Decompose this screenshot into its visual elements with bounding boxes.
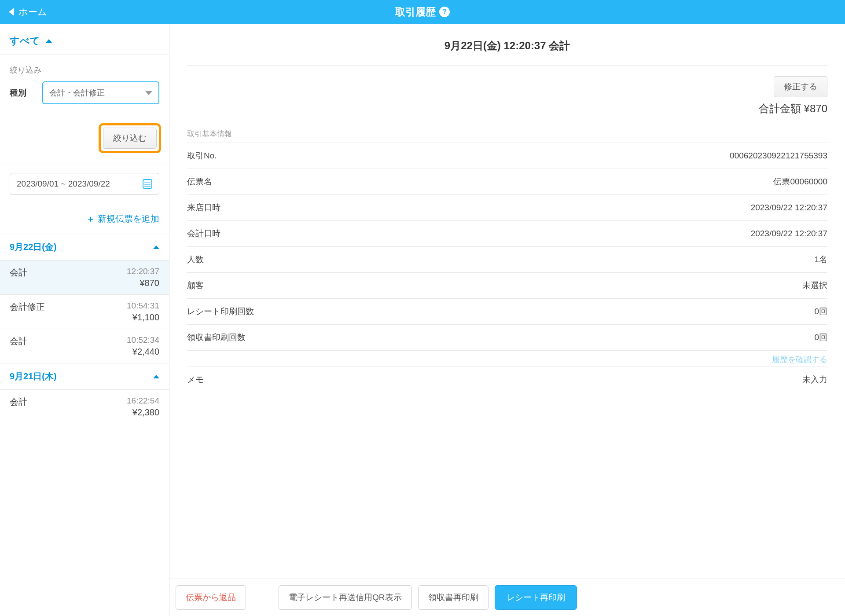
info-key: メモ [187,374,204,385]
tx-type: 会計 [10,267,27,288]
total-amount: 合計金額 ¥870 [187,102,827,125]
tx-time: 16:22:54 [127,396,159,406]
info-key: 伝票名 [187,176,212,187]
date-section-header[interactable]: 9月22日(金) [0,234,169,260]
transaction-item[interactable]: 会計12:20:37¥870 [0,260,169,295]
tx-right: 10:54:31¥1,100 [127,301,159,323]
info-val: 1名 [814,254,827,265]
page-title: 取引履歴 ? [395,5,450,19]
info-val: 未選択 [802,280,827,291]
info-row-customer: 顧客 未選択 [187,272,827,298]
chevron-up-icon [153,246,159,249]
date-section-label: 9月21日(木) [10,370,57,382]
info-val: 00062023​0922121755393 [730,151,827,161]
tx-right: 12:20:37¥870 [127,267,159,288]
apply-filter-button[interactable]: 絞り込む [103,128,157,149]
tx-time: 12:20:37 [127,267,159,276]
info-val: 0回 [814,306,827,317]
date-range-value: 2023/09/01 ~ 2023/09/22 [17,179,110,189]
info-row-memo: メモ 未入力 [187,367,827,392]
plus-icon: ＋ [86,214,95,224]
info-row-ryoshu-count: 領収書印刷回数 0回 [187,324,827,351]
type-value: 会計・会計修正 [49,88,105,98]
transaction-item[interactable]: 会計10:52:34¥2,440 [0,329,169,363]
footer-bar: 伝票から返品 電子レシート再送信用QR表示 領収書再印刷 レシート再印刷 [169,579,845,616]
return-from-slip-button[interactable]: 伝票から返品 [176,585,246,610]
chevron-left-icon [9,8,14,16]
tx-amount: ¥870 [127,278,159,288]
tx-amount: ¥2,380 [127,407,159,418]
info-key: レシート印刷回数 [187,306,254,317]
info-val: 2023/09/22 12:20:37 [751,229,827,238]
history-link[interactable]: 履歴を確認する [187,351,827,367]
date-range-input[interactable]: 2023/09/01 ~ 2023/09/22 [10,173,159,195]
sidebar: すべて 絞り込み 種別 会計・会計修正 絞り込む 2023/09/01 ~ 20… [0,24,169,616]
type-select[interactable]: 会計・会計修正 [42,81,159,104]
filter-action-row: 絞り込む [0,116,169,164]
tx-right: 16:22:54¥2,380 [127,396,159,418]
ryoshu-reprint-button[interactable]: 領収書再印刷 [418,585,489,610]
info-val: 2023/09/22 12:20:37 [751,203,827,213]
highlight-annotation: 絞り込む [99,123,161,153]
filter-toggle[interactable]: すべて [0,24,169,55]
info-key: 来店日時 [187,202,220,213]
header-bar: ホーム 取引履歴 ? [0,0,845,24]
transaction-item[interactable]: 会計修正10:54:31¥1,100 [0,295,169,329]
qr-resend-button[interactable]: 電子レシート再送信用QR表示 [279,585,412,610]
transaction-list: 9月22日(金)会計12:20:37¥870会計修正10:54:31¥1,100… [0,234,169,424]
info-row-pay: 会計日時 2023/09/22 12:20:37 [187,220,827,246]
tx-amount: ¥1,100 [127,312,159,323]
tx-time: 10:52:34 [127,335,159,345]
info-val: 未入力 [802,374,827,385]
info-key: 会計日時 [187,228,220,239]
filter-body: 絞り込み 種別 会計・会計修正 [0,55,169,116]
info-key: 取引No. [187,150,217,161]
info-key: 領収書印刷回数 [187,332,246,343]
chevron-up-icon [153,375,159,378]
tx-type: 会計 [10,396,27,418]
date-range-block: 2023/09/01 ~ 2023/09/22 [0,164,169,204]
detail-title: 9月22日(金) 12:20:37 会計 [187,24,827,66]
type-label: 種別 [10,87,36,99]
tx-amount: ¥2,440 [127,347,159,357]
tx-type: 会計 [10,335,27,357]
info-val: 伝票00060000 [773,176,827,187]
info-row-slip: 伝票名 伝票00060000 [187,169,827,194]
info-row-visit: 来店日時 2023/09/22 12:20:37 [187,194,827,220]
back-button[interactable]: ホーム [9,6,47,18]
date-section-label: 9月22日(金) [10,241,57,253]
tx-type: 会計修正 [10,301,45,323]
info-section-label: 取引基本情報 [187,125,827,143]
info-row-people: 人数 1名 [187,246,827,272]
info-key: 人数 [187,254,204,265]
info-row-receipt-count: レシート印刷回数 0回 [187,298,827,324]
calendar-icon [143,179,152,189]
receipt-reprint-button[interactable]: レシート再印刷 [495,585,577,610]
back-label: ホーム [18,6,47,18]
chevron-up-icon [45,39,52,43]
add-slip-button[interactable]: ＋新規伝票を追加 [0,204,169,234]
filter-section-label: 絞り込み [10,65,159,75]
date-section-header[interactable]: 9月21日(木) [0,363,169,390]
info-val: 0回 [814,332,827,343]
info-row-tx-no: 取引No. 00062023​0922121755393 [187,143,827,169]
tx-right: 10:52:34¥2,440 [127,335,159,357]
page-title-text: 取引履歴 [395,5,436,19]
info-key: 顧客 [187,280,204,291]
help-icon[interactable]: ? [439,7,450,17]
add-slip-label: 新規伝票を追加 [98,214,159,224]
tx-time: 10:54:31 [127,301,159,311]
detail-panel: 9月22日(金) 12:20:37 会計 修正する 合計金額 ¥870 取引基本… [169,24,845,616]
edit-button[interactable]: 修正する [774,76,827,97]
transaction-item[interactable]: 会計16:22:54¥2,380 [0,390,169,424]
chevron-down-icon [145,91,152,95]
filter-all-label: すべて [10,34,40,48]
